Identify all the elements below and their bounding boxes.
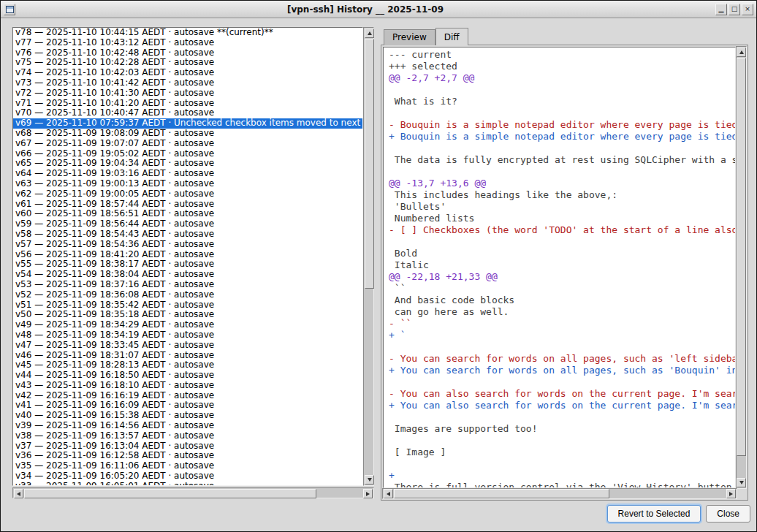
close-button[interactable]: Close xyxy=(706,505,750,522)
list-item[interactable]: v64 — 2025-11-09 19:03:16 AEDT · autosav… xyxy=(13,169,362,179)
list-item[interactable]: v78 — 2025-11-10 10:44:15 AEDT · autosav… xyxy=(13,28,362,38)
list-item[interactable]: v59 — 2025-11-09 18:56:44 AEDT · autosav… xyxy=(13,219,362,229)
list-item[interactable]: v69 — 2025-11-10 07:59:37 AEDT · Uncheck… xyxy=(13,118,362,129)
list-item[interactable]: v62 — 2025-11-09 19:00:05 AEDT · autosav… xyxy=(13,189,362,200)
list-item[interactable]: v65 — 2025-11-09 19:04:34 AEDT · autosav… xyxy=(13,159,362,169)
scroll-up-arrow[interactable] xyxy=(737,48,746,57)
arrow-up-icon xyxy=(739,50,744,54)
list-item[interactable]: v76 — 2025-11-10 10:42:48 AEDT · autosav… xyxy=(13,48,362,58)
notebook-tabs: Preview Diff xyxy=(384,28,468,45)
list-item[interactable]: v53 — 2025-11-09 18:37:16 AEDT · autosav… xyxy=(13,280,362,290)
scroll-left-arrow[interactable] xyxy=(384,489,393,498)
history-list-horizontal-scrollbar[interactable] xyxy=(12,487,374,498)
list-item[interactable]: v34 — 2025-11-09 16:05:20 AEDT · autosav… xyxy=(13,471,362,482)
list-item[interactable]: v61 — 2025-11-09 18:57:44 AEDT · autosav… xyxy=(13,200,362,210)
list-item[interactable]: v48 — 2025-11-09 18:34:19 AEDT · autosav… xyxy=(13,330,362,341)
diff-vertical-scrollbar[interactable] xyxy=(736,46,747,489)
list-item[interactable]: v70 — 2025-11-10 10:40:47 AEDT · autosav… xyxy=(13,108,362,118)
list-item[interactable]: v63 — 2025-11-09 19:00:13 AEDT · autosav… xyxy=(13,179,362,189)
maximize-icon[interactable]: □ xyxy=(729,4,740,15)
app-icon xyxy=(6,6,14,13)
scrollbar-thumb[interactable] xyxy=(394,489,609,498)
arrow-right-icon xyxy=(366,492,370,496)
list-item[interactable]: v35 — 2025-11-09 16:11:06 AEDT · autosav… xyxy=(13,461,362,471)
scroll-right-arrow[interactable] xyxy=(726,489,736,498)
diff-line xyxy=(389,84,735,96)
list-item[interactable]: v41 — 2025-11-09 16:16:09 AEDT · autosav… xyxy=(13,400,362,411)
list-item[interactable]: v43 — 2025-11-09 16:18:10 AEDT · autosav… xyxy=(13,381,362,391)
diff-line xyxy=(389,435,735,446)
diff-line: There is full version control via the 'V… xyxy=(389,482,735,488)
main-area: v78 — 2025-11-10 10:44:15 AEDT · autosav… xyxy=(1,18,756,531)
diff-line: @@ -22,18 +21,33 @@ xyxy=(389,271,735,283)
window-menu-button[interactable] xyxy=(4,4,15,15)
diff-line: And basic code blocks xyxy=(389,294,735,306)
list-item[interactable]: v45 — 2025-11-09 18:28:13 AEDT · autosav… xyxy=(13,360,362,370)
list-item[interactable]: v67 — 2025-11-09 19:07:07 AEDT · autosav… xyxy=(13,139,362,149)
scroll-up-arrow[interactable] xyxy=(365,28,374,38)
list-item[interactable]: v71 — 2025-11-10 10:41:20 AEDT · autosav… xyxy=(13,99,362,109)
list-item[interactable]: v75 — 2025-11-10 10:42:28 AEDT · autosav… xyxy=(13,58,362,68)
scrollbar-thumb[interactable] xyxy=(24,489,316,498)
list-item[interactable]: v73 — 2025-11-10 10:41:42 AEDT · autosav… xyxy=(13,78,362,88)
list-item[interactable]: v44 — 2025-11-09 16:18:50 AEDT · autosav… xyxy=(13,370,362,381)
list-item[interactable]: v47 — 2025-11-09 18:33:45 AEDT · autosav… xyxy=(13,341,362,351)
close-icon[interactable]: × xyxy=(742,4,753,15)
arrow-up-icon xyxy=(368,31,372,35)
diff-text[interactable]: --- current+++ selected@@ -2,7 +2,7 @@ W… xyxy=(383,47,736,488)
list-item[interactable]: v40 — 2025-11-09 16:15:38 AEDT · autosav… xyxy=(13,411,362,421)
tab-preview[interactable]: Preview xyxy=(384,29,435,45)
titlebar: [vpn-ssh] History __ 2025-11-09 ▁ □ × xyxy=(1,1,756,18)
list-item[interactable]: v50 — 2025-11-09 18:35:18 AEDT · autosav… xyxy=(13,310,362,320)
list-item[interactable]: v77 — 2025-11-10 10:43:12 AEDT · autosav… xyxy=(13,38,362,48)
diff-line: - You can also search for words on the c… xyxy=(389,388,735,400)
list-item[interactable]: v55 — 2025-11-09 18:38:17 AEDT · autosav… xyxy=(13,259,362,270)
scroll-down-arrow[interactable] xyxy=(737,478,746,487)
list-item[interactable]: v36 — 2025-11-09 16:12:58 AEDT · autosav… xyxy=(13,451,362,461)
diff-line: + You can search for words on all pages,… xyxy=(389,365,735,376)
diff-line: Images are supported too! xyxy=(389,423,735,435)
list-item[interactable]: v74 — 2025-11-10 10:42:03 AEDT · autosav… xyxy=(13,68,362,78)
scroll-left-arrow[interactable] xyxy=(14,489,23,498)
list-item[interactable]: v49 — 2025-11-09 18:34:29 AEDT · autosav… xyxy=(13,320,362,330)
list-item[interactable]: v38 — 2025-11-09 16:13:57 AEDT · autosav… xyxy=(13,431,362,441)
diff-line xyxy=(389,166,735,178)
scrollbar-thumb[interactable] xyxy=(737,58,746,456)
diff-line: @@ -13,7 +13,6 @@ xyxy=(389,178,735,189)
arrow-left-icon xyxy=(17,492,20,496)
window-title: [vpn-ssh] History __ 2025-11-09 xyxy=(15,4,715,15)
list-item[interactable]: v66 — 2025-11-09 19:05:02 AEDT · autosav… xyxy=(13,149,362,159)
diff-line: --- current xyxy=(389,49,735,61)
diff-line: + xyxy=(389,470,735,482)
diff-line: + You can also search for words on the c… xyxy=(389,400,735,411)
list-item[interactable]: v56 — 2025-11-09 18:41:20 AEDT · autosav… xyxy=(13,250,362,260)
list-item[interactable]: v37 — 2025-11-09 16:13:04 AEDT · autosav… xyxy=(13,441,362,452)
scroll-right-arrow[interactable] xyxy=(363,489,373,498)
list-item[interactable]: v46 — 2025-11-09 18:31:07 AEDT · autosav… xyxy=(13,351,362,361)
minimize-icon[interactable]: ▁ xyxy=(715,4,727,15)
list-item[interactable]: v72 — 2025-11-10 10:41:30 AEDT · autosav… xyxy=(13,88,362,99)
scrollbar-thumb[interactable] xyxy=(365,39,374,289)
list-item[interactable]: v33 — 2025-11-09 16:05:01 AEDT · autosav… xyxy=(13,482,362,486)
diff-line: +++ selected xyxy=(389,61,735,72)
list-item[interactable]: v54 — 2025-11-09 18:38:04 AEDT · autosav… xyxy=(13,270,362,280)
diff-line: The data is fully encrypted at rest usin… xyxy=(389,154,735,166)
list-item[interactable]: v51 — 2025-11-09 18:35:42 AEDT · autosav… xyxy=(13,300,362,311)
list-item[interactable]: v57 — 2025-11-09 18:54:36 AEDT · autosav… xyxy=(13,240,362,250)
list-item[interactable]: v42 — 2025-11-09 16:16:19 AEDT · autosav… xyxy=(13,391,362,401)
diff-horizontal-scrollbar[interactable] xyxy=(382,488,737,499)
list-item[interactable]: v58 — 2025-11-09 18:54:43 AEDT · autosav… xyxy=(13,229,362,240)
diff-line xyxy=(389,107,735,119)
revert-to-selected-button[interactable]: Revert to Selected xyxy=(607,505,701,522)
diff-line: Italic xyxy=(389,259,735,271)
history-list-vertical-scrollbar[interactable] xyxy=(363,27,374,486)
diff-line xyxy=(389,458,735,470)
list-item[interactable]: v68 — 2025-11-09 19:08:09 AEDT · autosav… xyxy=(13,129,362,139)
tab-diff[interactable]: Diff xyxy=(435,28,468,45)
list-item[interactable]: v60 — 2025-11-09 18:56:51 AEDT · autosav… xyxy=(13,209,362,219)
list-item[interactable]: v52 — 2025-11-09 18:36:08 AEDT · autosav… xyxy=(13,290,362,300)
list-item[interactable]: v39 — 2025-11-09 16:14:56 AEDT · autosav… xyxy=(13,421,362,431)
scroll-down-arrow[interactable] xyxy=(365,475,374,484)
history-list[interactable]: v78 — 2025-11-10 10:44:15 AEDT · autosav… xyxy=(12,27,363,486)
diff-line: - You can search for words on all pages,… xyxy=(389,353,735,365)
